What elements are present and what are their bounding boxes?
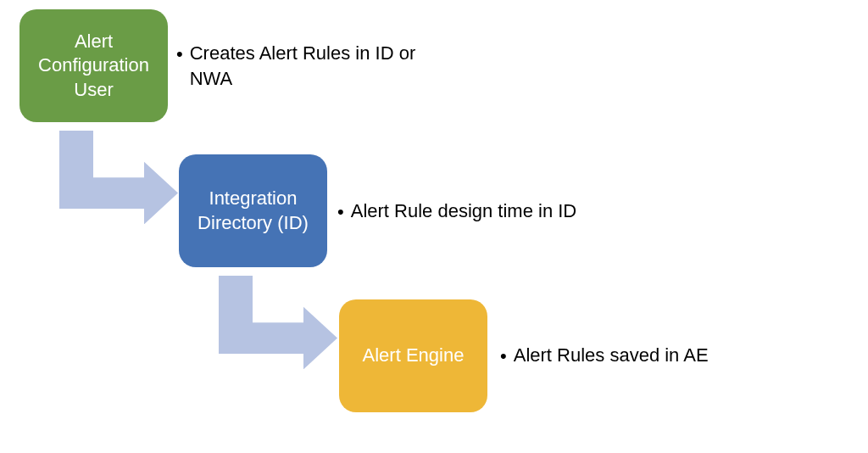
bullet-2-text: Alert Rule design time in ID: [351, 199, 577, 224]
node-2-label: Integration Directory (ID): [187, 187, 319, 235]
bullet-1-text: Creates Alert Rules in ID or NWA: [190, 41, 444, 91]
node-alert-config-user: Alert Configuration User: [19, 9, 168, 122]
bullet-3-text: Alert Rules saved in AE: [514, 343, 709, 368]
bullet-1-container: • Creates Alert Rules in ID or NWA: [176, 41, 444, 91]
bullet-2-container: • Alert Rule design time in ID: [337, 199, 576, 225]
node-integration-directory: Integration Directory (ID): [179, 154, 327, 267]
arrow-down-right-icon: [219, 276, 337, 369]
node-alert-engine: Alert Engine: [339, 299, 487, 412]
bullet-dot-icon: •: [500, 344, 507, 369]
bullet-3-container: • Alert Rules saved in AE: [500, 343, 709, 369]
node-1-label: Alert Configuration User: [28, 30, 159, 103]
arrow-down-right-icon: [59, 131, 178, 224]
node-3-label: Alert Engine: [363, 344, 465, 368]
bullet-dot-icon: •: [176, 42, 183, 67]
bullet-dot-icon: •: [337, 199, 344, 225]
